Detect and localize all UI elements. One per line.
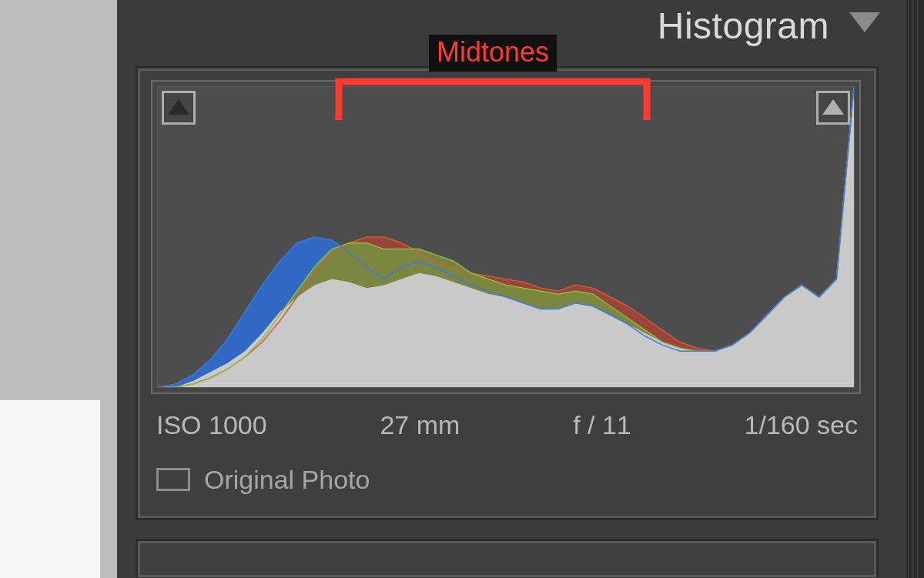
next-panel-strip: [136, 539, 879, 577]
shadow-clipping-toggle[interactable]: [162, 91, 196, 125]
collapse-triangle-icon[interactable]: [849, 12, 880, 32]
histogram-chart[interactable]: [151, 80, 861, 394]
triangle-up-icon: [822, 99, 844, 115]
original-photo-checkbox[interactable]: [156, 468, 190, 491]
highlight-clipping-toggle[interactable]: [816, 91, 850, 125]
panel-title: Histogram: [658, 5, 829, 47]
app-background-white: [0, 400, 100, 578]
original-photo-row[interactable]: Original Photo: [156, 461, 370, 498]
focal-length-value: 27 mm: [380, 410, 460, 440]
shutter-speed-value: 1/160 sec: [745, 410, 858, 440]
panel-right-rail: [906, 0, 924, 578]
aperture-value: f / 11: [573, 410, 631, 440]
histogram-panel: Histogram ISO 1000 27 mm f / 11 1/160 se: [117, 0, 906, 578]
histogram-chart-inner: [157, 86, 855, 388]
exposure-metadata-row: ISO 1000 27 mm f / 11 1/160 sec: [156, 406, 858, 444]
histogram-curves: [158, 87, 854, 387]
original-photo-label: Original Photo: [204, 465, 370, 495]
histogram-panel-header[interactable]: Histogram: [117, 0, 906, 54]
histogram-frame: ISO 1000 27 mm f / 11 1/160 sec Original…: [136, 66, 879, 520]
iso-value: ISO 1000: [156, 410, 267, 440]
triangle-up-icon: [168, 99, 189, 115]
